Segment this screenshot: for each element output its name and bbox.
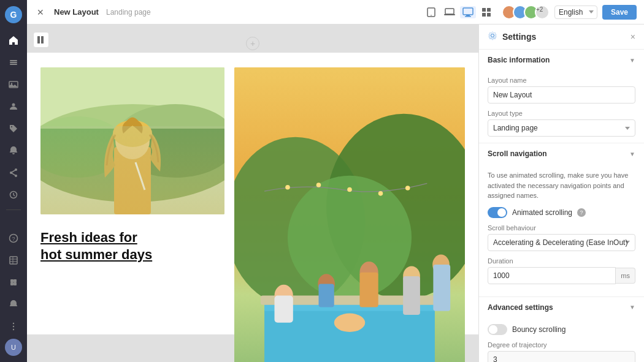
- sidebar-item-share[interactable]: [4, 163, 23, 183]
- svg-rect-29: [463, 8, 473, 15]
- animated-scrolling-help-icon[interactable]: ?: [577, 208, 586, 217]
- scroll-behaviour-label: Scroll behaviour: [488, 224, 635, 232]
- layout-type-select[interactable]: Landing page Blog post Product page: [488, 119, 635, 137]
- degree-label: Degree of trajectory: [488, 341, 635, 349]
- animated-scrolling-toggle[interactable]: [488, 207, 507, 218]
- sidebar-divider: [6, 209, 21, 210]
- layout-name-input[interactable]: [488, 86, 635, 104]
- view-desktop-icon[interactable]: [460, 6, 476, 18]
- text-block: Fresh ideas for hot summer days: [40, 224, 224, 269]
- add-row-top-icon[interactable]: +: [246, 37, 259, 50]
- headline: Fresh ideas for hot summer days: [40, 229, 224, 264]
- bouncy-scrolling-row: Bouncy scrolling: [488, 324, 635, 335]
- svg-point-22: [13, 323, 14, 324]
- basic-info-header[interactable]: Basic information ▼: [479, 50, 644, 70]
- sidebar-item-home[interactable]: [4, 31, 23, 50]
- settings-gear-icon: [488, 31, 497, 43]
- sidebar-item-history[interactable]: [4, 185, 23, 205]
- sidebar-item-help[interactable]: ?: [4, 228, 23, 248]
- panel-close-button[interactable]: ×: [631, 32, 635, 42]
- collaborators: +2: [502, 5, 550, 20]
- scroll-behaviour-select[interactable]: Accelerating & Decelerating (Ease InOut)…: [488, 234, 635, 251]
- duration-input[interactable]: [488, 267, 616, 284]
- sidebar-item-users[interactable]: [4, 97, 23, 116]
- collaborator-count: +2: [535, 5, 550, 20]
- svg-point-52: [316, 183, 321, 187]
- advanced-body: Bouncy scrolling Degree of trajectory: [479, 318, 644, 363]
- svg-rect-14: [10, 257, 17, 264]
- duration-row: ms: [488, 267, 635, 284]
- svg-rect-27: [445, 9, 454, 14]
- sidebar-bottom: ? U: [4, 228, 23, 356]
- bouncy-scrolling-label: Bouncy scrolling: [512, 325, 565, 334]
- layout-title: New Layout: [54, 7, 99, 17]
- svg-point-67: [334, 313, 366, 331]
- layout-type-label: Layout type: [488, 110, 635, 117]
- degree-input[interactable]: [488, 351, 635, 363]
- basic-info-chevron: ▼: [629, 57, 635, 64]
- advanced-title: Advanced settings: [488, 303, 553, 312]
- svg-point-51: [285, 184, 290, 189]
- bouncy-scrolling-toggle[interactable]: [488, 324, 507, 335]
- svg-rect-34: [482, 13, 486, 17]
- duration-label: Duration: [488, 257, 635, 265]
- app-logo[interactable]: G: [5, 6, 22, 23]
- svg-point-26: [431, 15, 432, 16]
- svg-rect-31: [465, 16, 471, 17]
- language-select[interactable]: English French German: [554, 6, 597, 19]
- svg-point-5: [12, 104, 15, 107]
- settings-panel: Settings × Basic information ▼ Layout na…: [478, 25, 644, 362]
- scroll-nav-section: Scroll navigation ▼ To use animated scro…: [479, 143, 644, 297]
- svg-rect-62: [318, 284, 334, 307]
- canvas-area: +: [27, 25, 478, 362]
- sidebar-item-tag[interactable]: [4, 119, 23, 138]
- svg-rect-18: [10, 279, 13, 282]
- view-laptop-icon[interactable]: [442, 6, 458, 18]
- image-1: [40, 67, 224, 214]
- svg-point-50: [288, 175, 412, 299]
- svg-rect-19: [13, 279, 17, 282]
- svg-rect-66: [403, 276, 420, 314]
- image-2: [234, 67, 465, 363]
- save-button[interactable]: Save: [602, 5, 637, 20]
- column-layout-button[interactable]: [33, 32, 49, 48]
- section-content: Fresh ideas for hot summer days: [27, 53, 478, 363]
- close-button[interactable]: ✕: [34, 6, 47, 18]
- svg-rect-2: [10, 64, 17, 65]
- animated-scrolling-row: Animated scrolling ?: [488, 207, 635, 218]
- headline-line2: hot summer days: [40, 247, 152, 262]
- canvas-section: Fresh ideas for hot summer days: [27, 53, 478, 334]
- svg-rect-0: [10, 60, 17, 61]
- svg-point-54: [378, 191, 383, 196]
- advanced-section: Advanced settings ▼ Bouncy scrolling Deg…: [479, 297, 644, 363]
- scroll-nav-chevron: ▼: [629, 151, 635, 157]
- view-grid-icon[interactable]: [478, 6, 494, 18]
- basic-info-section: Basic information ▼ Layout name Layout t…: [479, 50, 644, 143]
- svg-point-24: [13, 329, 14, 330]
- sidebar-item-notification[interactable]: [4, 141, 23, 160]
- scroll-nav-header[interactable]: Scroll navigation ▼: [479, 143, 644, 164]
- svg-rect-69: [433, 265, 450, 311]
- sidebar-item-layers[interactable]: [4, 53, 23, 72]
- avatar[interactable]: U: [5, 339, 22, 356]
- svg-rect-20: [10, 282, 13, 285]
- svg-line-46: [136, 162, 145, 190]
- basic-info-title: Basic information: [488, 56, 550, 64]
- sidebar-item-more[interactable]: [4, 317, 23, 336]
- svg-point-53: [347, 187, 352, 192]
- topbar: ✕ New Layout Landing page +2 English Fre…: [27, 0, 644, 25]
- svg-text:?: ?: [12, 236, 15, 242]
- sidebar-item-image[interactable]: [4, 75, 23, 94]
- svg-rect-30: [466, 15, 470, 16]
- view-tablet-icon[interactable]: [423, 6, 439, 18]
- topbar-right: +2 English French German Save: [502, 5, 637, 20]
- add-row-top[interactable]: +: [27, 34, 478, 53]
- scroll-nav-title: Scroll navigation: [488, 149, 547, 158]
- layout-name-label: Layout name: [488, 77, 635, 84]
- sidebar-item-table[interactable]: [4, 251, 23, 270]
- svg-rect-33: [487, 8, 491, 12]
- sidebar-item-bell[interactable]: [4, 295, 23, 314]
- advanced-header[interactable]: Advanced settings ▼: [479, 297, 644, 318]
- svg-rect-21: [13, 282, 17, 285]
- sidebar-item-plugin[interactable]: [4, 273, 23, 292]
